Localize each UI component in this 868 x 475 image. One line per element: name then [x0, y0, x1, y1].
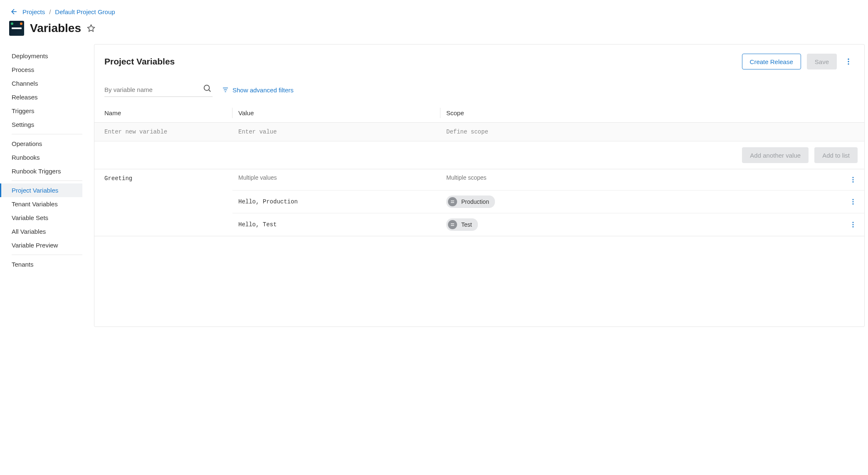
breadcrumb-separator: /	[49, 8, 51, 15]
sidebar-item-variable-sets[interactable]: Variable Sets	[5, 211, 87, 225]
sidebar-item-runbooks[interactable]: Runbooks	[5, 151, 87, 164]
scope-label: Production	[461, 198, 489, 205]
sidebar-item-all-variables[interactable]: All Variables	[5, 225, 87, 238]
variable-value[interactable]: Hello, Production	[238, 198, 446, 205]
content-header: Project Variables Create Release Save	[94, 45, 864, 72]
svg-point-4	[848, 63, 849, 64]
sidebar-item-channels[interactable]: Channels	[5, 77, 87, 90]
title-row: Variables	[0, 19, 868, 44]
variable-value-row[interactable]: Hello, ProductionProduction	[232, 190, 864, 213]
new-variable-row[interactable]: Enter new variable Enter value Define sc…	[94, 123, 864, 141]
add-actions-row: Add another value Add to list	[94, 141, 864, 169]
svg-point-21	[853, 224, 854, 225]
save-button[interactable]: Save	[807, 54, 837, 69]
variable-value[interactable]: Hello, Test	[238, 221, 446, 228]
sidebar-item-deployments[interactable]: Deployments	[5, 49, 87, 63]
sidebar-item-releases[interactable]: Releases	[5, 90, 87, 104]
scope-label: Test	[461, 221, 472, 228]
svg-point-10	[853, 177, 854, 178]
sidebar-item-variable-preview[interactable]: Variable Preview	[5, 238, 87, 252]
sidebar-item-tenants[interactable]: Tenants	[5, 257, 87, 271]
scope-chip[interactable]: Production	[446, 195, 495, 208]
back-arrow-icon[interactable]	[10, 7, 18, 16]
variable-group: GreetingMultiple valuesMultiple scopesHe…	[94, 169, 864, 236]
new-variable-value-input[interactable]: Enter value	[232, 129, 440, 135]
column-scope-header: Scope	[440, 109, 854, 116]
content-title: Project Variables	[104, 57, 175, 67]
search-row: Show advanced filters	[94, 72, 864, 104]
scope-chip[interactable]: Test	[446, 218, 478, 231]
sidebar-item-process[interactable]: Process	[5, 63, 87, 77]
sidebar-item-project-variables[interactable]: Project Variables	[0, 183, 82, 197]
sidebar-item-operations[interactable]: Operations	[5, 137, 87, 151]
content-panel: Project Variables Create Release Save	[94, 44, 865, 327]
value-overflow-icon[interactable]	[848, 219, 858, 230]
project-icon	[9, 21, 24, 36]
show-advanced-filters-label: Show advanced filters	[232, 87, 294, 94]
variables-table-header: Name Value Scope	[94, 104, 864, 123]
value-overflow-icon[interactable]	[848, 196, 858, 207]
svg-point-5	[204, 85, 210, 91]
svg-point-11	[853, 179, 854, 181]
svg-point-20	[853, 222, 854, 223]
svg-point-2	[848, 59, 849, 60]
filter-icon	[222, 86, 229, 94]
search-icon[interactable]	[203, 84, 212, 94]
svg-line-6	[209, 90, 210, 92]
column-name-header: Name	[104, 109, 232, 116]
column-value-header: Value	[232, 109, 440, 116]
overflow-menu-icon[interactable]	[843, 56, 854, 67]
breadcrumb-projects-link[interactable]: Projects	[22, 8, 45, 15]
environment-icon	[448, 220, 457, 229]
create-release-button[interactable]: Create Release	[742, 54, 801, 69]
breadcrumb: Projects / Default Project Group	[0, 0, 868, 19]
sidebar: DeploymentsProcessChannelsReleasesTrigge…	[0, 44, 94, 330]
svg-point-15	[853, 199, 854, 200]
sidebar-item-settings[interactable]: Settings	[5, 118, 87, 131]
variable-overflow-icon[interactable]	[848, 174, 858, 185]
new-variable-name-input[interactable]: Enter new variable	[104, 129, 232, 135]
svg-point-16	[853, 201, 854, 203]
star-icon[interactable]	[87, 24, 95, 32]
add-another-value-button[interactable]: Add another value	[742, 147, 809, 163]
svg-point-12	[853, 181, 854, 183]
show-advanced-filters-link[interactable]: Show advanced filters	[222, 86, 294, 94]
svg-point-17	[853, 203, 854, 205]
svg-marker-1	[88, 25, 95, 32]
search-input[interactable]	[104, 83, 213, 97]
page-title: Variables	[30, 22, 81, 35]
variable-value-row[interactable]: Hello, TestTest	[232, 213, 864, 236]
variable-name[interactable]: Greeting	[94, 169, 232, 236]
multi-values-label: Multiple values	[238, 174, 446, 185]
new-variable-scope-input[interactable]: Define scope	[440, 129, 854, 135]
sidebar-item-runbook-triggers[interactable]: Runbook Triggers	[5, 164, 87, 178]
sidebar-item-tenant-variables[interactable]: Tenant Variables	[5, 197, 87, 211]
environment-icon	[448, 197, 457, 206]
svg-point-22	[853, 226, 854, 228]
multi-scopes-label: Multiple scopes	[446, 174, 846, 185]
svg-point-3	[848, 61, 849, 62]
add-to-list-button[interactable]: Add to list	[814, 147, 858, 163]
sidebar-item-triggers[interactable]: Triggers	[5, 104, 87, 118]
breadcrumb-group-link[interactable]: Default Project Group	[55, 8, 115, 15]
